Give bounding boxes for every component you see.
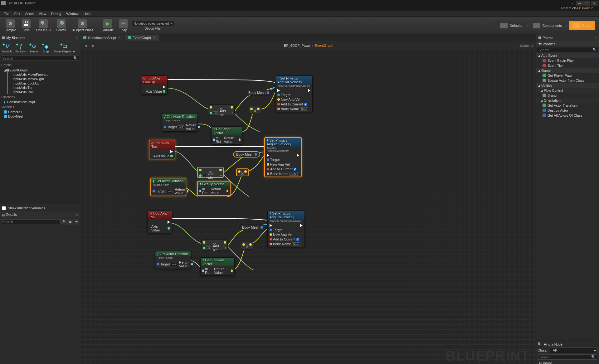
node-set-physics-angular-velocity[interactable]: ƒ Set Physics Angular Velocity Target is… (267, 211, 305, 247)
inrot-pin[interactable]: In Rot (213, 136, 222, 143)
maximize-button[interactable]: ☐ (583, 1, 590, 6)
tab-event-graph[interactable]: EventGraph✕ (125, 35, 159, 41)
search-icon[interactable]: 🔍 (61, 219, 67, 225)
exec-in-pin[interactable] (270, 224, 272, 227)
node-multiply-vector[interactable]: × (236, 168, 249, 176)
play-button[interactable]: 🎮Play (117, 19, 130, 32)
add-function-button[interactable]: +ƒFunction (14, 42, 27, 54)
pal-group-utilities[interactable]: ◢Utilities (536, 83, 599, 88)
close-icon[interactable]: ✕ (119, 36, 121, 39)
node-multiply-vector-float[interactable]: × -3Add pin + (208, 104, 235, 115)
node-inputaxis-roll[interactable]: ◇ InputAxis Roll Axis Value (147, 211, 172, 233)
node-inputaxis-turn[interactable]: ◇ InputAxis Turn Axis Value (149, 140, 175, 159)
close-icon[interactable]: ✕ (75, 213, 78, 216)
pal-item[interactable]: Event Tick (536, 63, 599, 68)
node-set-physics-angular-velocity[interactable]: ƒ Set Physics Angular Velocity Target is… (275, 75, 313, 112)
node-get-actor-rotation[interactable]: ƒ Get Actor Rotation Target is Actor Tar… (162, 114, 198, 132)
node-get-right-vector[interactable]: ƒ Get Right Vector In RotReturn Value (211, 126, 242, 144)
tree-item[interactable]: InputAxis LookUp (1, 81, 79, 85)
pal-item[interactable]: Destroy Actor (536, 108, 599, 113)
tree-item[interactable]: InputAxis MoveRight (1, 77, 79, 81)
node-body-mesh-ref[interactable]: Body Mesh (239, 225, 266, 230)
new-ang-vel-pin[interactable]: New Ang Vel (277, 98, 310, 101)
show-inherited-checkbox[interactable]: Show inherited variables (0, 205, 80, 211)
target-pin[interactable]: Target (267, 158, 299, 162)
eye-icon[interactable]: 👁 (74, 219, 79, 225)
close-icon[interactable]: ✕ (595, 36, 597, 39)
class-select[interactable]: All (550, 347, 598, 353)
add-variable-button[interactable]: +VVariable (1, 42, 13, 54)
exec-in-pin[interactable] (267, 154, 269, 157)
checkbox[interactable] (2, 206, 6, 210)
browse-icon[interactable]: ▭ (570, 1, 573, 5)
node-multiply-vector[interactable]: × (249, 106, 261, 114)
close-icon[interactable]: ✕ (75, 36, 78, 39)
mode-components[interactable]: Components (529, 21, 565, 30)
target-pin[interactable]: Target (277, 93, 310, 97)
simulate-button[interactable]: ▶Simulate (99, 19, 116, 32)
axis-value-pin[interactable]: Axis Value (151, 225, 170, 232)
node-get-actor-rotation[interactable]: ƒ Get Actor Rotation Target is Actor Tar… (155, 251, 191, 269)
close-icon[interactable]: ✕ (153, 36, 156, 39)
search-input[interactable] (538, 48, 592, 52)
menu-edit[interactable]: Edit (12, 11, 23, 16)
node-body-mesh-ref[interactable]: Body Mesh (246, 90, 272, 95)
pal-item[interactable]: Event Begin Play (536, 58, 599, 63)
node-body-mesh-ref[interactable]: Body Mesh (233, 151, 260, 158)
menu-help[interactable]: Help (81, 11, 93, 16)
close-button[interactable]: ✕ (591, 1, 598, 6)
library-item[interactable]: ▸ Library (538, 360, 598, 364)
grid-view-icon[interactable]: ▦ (67, 219, 73, 225)
menu-asset[interactable]: Asset (23, 11, 37, 16)
axis-value-pin[interactable]: Axis Value (146, 90, 165, 93)
graph-canvas[interactable]: ◇ InputAxis LookUp Axis Value ƒ Set Phys… (80, 50, 536, 364)
mode-graph[interactable]: Graph (569, 21, 595, 30)
details-tab[interactable]: ▤ Details ✕ (0, 211, 80, 218)
minimize-button[interactable]: — (576, 1, 583, 6)
node-inputaxis-lookup[interactable]: ◇ InputAxis LookUp Axis Value (141, 75, 168, 95)
return-value-pin[interactable]: Return Value (224, 136, 241, 143)
node-get-forward-vector[interactable]: ƒ Get Forward Vector In RotReturn Value (200, 257, 235, 275)
tree-item[interactable]: InputAxis Roll (1, 90, 79, 94)
favorites-section[interactable]: ★ Favorites (536, 41, 599, 46)
menu-window[interactable]: Window (64, 11, 81, 16)
debug-object-select[interactable]: No debug object selected (132, 21, 174, 26)
exec-out-pin[interactable] (163, 85, 165, 89)
pal-group-flow-control[interactable]: ◢Flow Control (536, 88, 599, 93)
breadcrumb-graph[interactable]: EventGraph (315, 44, 334, 47)
pal-item[interactable]: Spawn Actor from Class (536, 78, 599, 83)
mode-defaults[interactable]: Defaults (496, 21, 526, 30)
search-input[interactable] (2, 56, 73, 60)
node-set-physics-angular-velocity[interactable]: ƒ Set Physics Angular Velocity Target is… (264, 137, 302, 177)
details-search-input[interactable] (1, 219, 61, 224)
pal-item[interactable]: Get Player Pawn (536, 73, 599, 78)
node-get-actor-rotation[interactable]: ƒ Get Actor Rotation Target is Actor Tar… (150, 178, 186, 196)
my-blueprint-tab[interactable]: ▦ My Blueprint ✕ (0, 34, 80, 41)
node-get-up-vector[interactable]: ƒ Get Up Vector In RotReturn Value (197, 181, 231, 196)
return-value-pin[interactable]: Return Value (186, 123, 200, 131)
pal-group-add-event[interactable]: ◢Add Event (536, 53, 599, 58)
tree-eventgraph[interactable]: ◢▦ EventGraph (1, 68, 79, 72)
nav-back-button[interactable]: ◀ (83, 42, 89, 49)
my-blueprint-search[interactable]: 🔍 (1, 56, 79, 61)
compile-button[interactable]: ⚙Compile (2, 19, 19, 32)
menu-debug[interactable]: Debug (49, 11, 64, 16)
axis-value-pin[interactable]: Axis Value (153, 154, 173, 158)
tree-var-bodymesh[interactable]: BodyMesh (1, 114, 79, 119)
node-multiply-vector-float[interactable]: × -3Add pin + (201, 240, 228, 250)
pal-item[interactable]: Get Actor Transform (536, 103, 599, 108)
exec-out-pin[interactable] (308, 89, 310, 92)
bone-name-pin[interactable]: Bone Name None (267, 172, 299, 176)
node-multiply-vector[interactable]: × (241, 242, 253, 250)
exec-in-pin[interactable] (277, 89, 280, 92)
tree-item[interactable]: InputAxis MoveForward (1, 72, 79, 77)
nav-forward-button[interactable]: ▶ (90, 42, 96, 49)
tab-construction-script[interactable]: ConstructionScript✕ (80, 35, 124, 41)
add-macro-button[interactable]: +⚙Macro (28, 42, 40, 54)
search-input[interactable] (540, 355, 591, 359)
palette-tab[interactable]: ▦ Palette ✕ (536, 34, 599, 41)
tree-construction-script[interactable]: ƒConstructionScript (1, 100, 79, 104)
pal-group-orientation[interactable]: ◢Orientation (536, 98, 599, 103)
add-to-current-pin[interactable]: Add to Current (267, 167, 299, 171)
find-node-search[interactable]: 🔍 (538, 354, 597, 360)
